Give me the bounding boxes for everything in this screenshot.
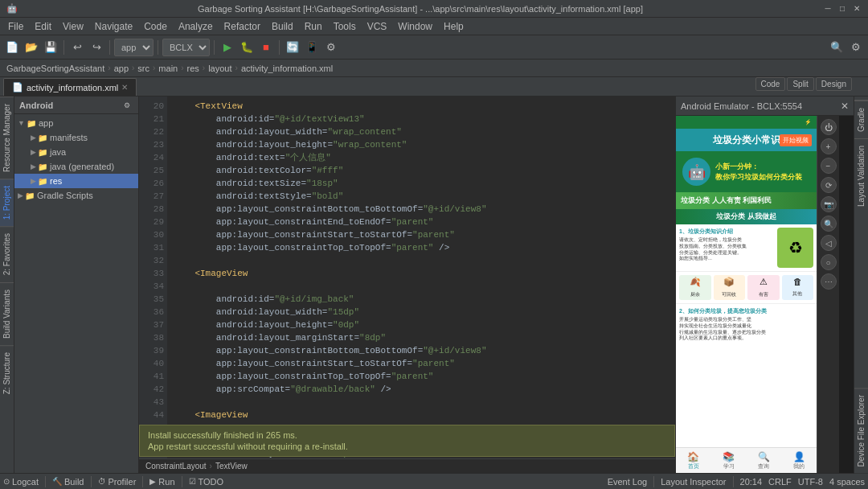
- menu-edit[interactable]: Edit: [30, 19, 56, 34]
- nav-res[interactable]: res: [184, 64, 203, 73]
- app-config-dropdown[interactable]: app: [114, 39, 154, 56]
- design-view-tab[interactable]: Design: [816, 77, 852, 91]
- menu-run[interactable]: Run: [300, 19, 327, 34]
- menu-tools[interactable]: Tools: [329, 19, 361, 34]
- menu-help[interactable]: Help: [439, 19, 469, 34]
- maximize-button[interactable]: □: [837, 4, 847, 14]
- emu-screenshot-btn[interactable]: 📷: [821, 196, 837, 212]
- left-tab-favorites[interactable]: 2: Favorites: [0, 226, 14, 281]
- phone-nav-profile[interactable]: 👤 我的: [781, 448, 817, 473]
- emu-power-btn[interactable]: ⏻: [821, 119, 837, 135]
- tree-item-app[interactable]: ▼ 📁 app: [14, 116, 138, 130]
- emu-rotate-btn[interactable]: ⟳: [821, 177, 837, 193]
- right-tab-gradle[interactable]: Gradle: [854, 101, 868, 138]
- status-run[interactable]: ▶ Run: [149, 477, 174, 487]
- nav-project[interactable]: GarbageSortingAssistant: [3, 64, 108, 73]
- nav-src[interactable]: src: [134, 64, 153, 73]
- phone-screen[interactable]: ⚡ 垃圾分类小常识 开始视频 🤖 小新一分钟：教你学习垃圾如何分类分装: [676, 116, 817, 473]
- cat-other[interactable]: 🗑 其他: [782, 275, 814, 300]
- status-position[interactable]: 20:14: [740, 477, 763, 487]
- menu-view[interactable]: View: [58, 19, 88, 34]
- phone-nav-search[interactable]: 🔍 查询: [747, 448, 782, 473]
- status-event-log[interactable]: Event Log: [608, 477, 648, 487]
- code-view-tab[interactable]: Code: [755, 77, 786, 91]
- toolbar-sep2: [109, 40, 110, 55]
- menu-navigate[interactable]: Navigate: [90, 19, 137, 34]
- cat-recycle-label: 可回收: [722, 292, 736, 297]
- menu-refactor[interactable]: Refactor: [219, 19, 265, 34]
- minimize-button[interactable]: ─: [823, 4, 833, 14]
- phone-play-btn[interactable]: 开始视频: [780, 134, 812, 146]
- tab-close-icon[interactable]: ✕: [121, 83, 128, 92]
- tab-activity-information[interactable]: 📄 activity_information.xml ✕: [3, 78, 137, 96]
- status-profiler[interactable]: ⏱ Profiler: [98, 477, 137, 487]
- phone-bottom-nav: 🏠 首页 📚 学习 🔍 查询 👤 我的: [676, 447, 817, 473]
- nav-layout[interactable]: layout: [205, 64, 235, 73]
- toolbar-search[interactable]: 🔍: [828, 39, 845, 56]
- nav-main[interactable]: main: [155, 64, 181, 73]
- close-button[interactable]: ✕: [852, 4, 862, 14]
- tree-item-gradle[interactable]: ▶ 📁 Gradle Scripts: [14, 188, 138, 203]
- emu-vol-down-btn[interactable]: −: [821, 158, 837, 174]
- split-view-tab[interactable]: Split: [787, 77, 813, 91]
- left-tab-structure[interactable]: Z: Structure: [0, 345, 14, 401]
- left-tab-resource-manager[interactable]: Resource Manager: [0, 97, 14, 179]
- breadcrumb-textview[interactable]: TextView: [215, 462, 248, 471]
- device-dropdown[interactable]: BCLX: [162, 39, 210, 56]
- status-line-ending[interactable]: CRLF: [768, 477, 792, 487]
- cat-kitchen[interactable]: 🍂 厨余: [679, 275, 711, 300]
- tree-item-java-generated[interactable]: ▶ 📁 java (generated): [14, 159, 138, 174]
- left-tab-build-variants[interactable]: Build Variants: [0, 282, 14, 345]
- right-tab-device-explorer[interactable]: Device File Explorer: [854, 388, 868, 473]
- tree-item-manifests[interactable]: ▶ 📁 manifests: [14, 130, 138, 145]
- status-indent[interactable]: 4 spaces: [829, 477, 865, 487]
- project-settings-btn[interactable]: ⚙: [121, 99, 133, 112]
- toolbar-settings[interactable]: ⚙: [847, 39, 865, 56]
- phone-nav-study[interactable]: 📚 学习: [711, 448, 747, 473]
- toolbar-redo[interactable]: ↪: [88, 39, 105, 56]
- toolbar-debug[interactable]: 🐛: [238, 39, 256, 56]
- right-tab-layout-validation[interactable]: Layout Validation: [854, 138, 868, 213]
- toolbar-stop[interactable]: ■: [257, 39, 275, 56]
- emu-home-btn[interactable]: ○: [821, 254, 837, 270]
- status-build[interactable]: 🔨 Build: [52, 477, 84, 487]
- cat-hazard[interactable]: ⚠ 有害: [747, 275, 780, 300]
- emu-zoom-btn[interactable]: 🔍: [821, 216, 837, 232]
- phone-nav-home[interactable]: 🏠 首页: [676, 448, 711, 473]
- toolbar-sync[interactable]: 🔄: [284, 39, 301, 56]
- toolbar-undo[interactable]: ↩: [68, 39, 86, 56]
- menu-build[interactable]: Build: [267, 19, 298, 34]
- toolbar-sep3: [158, 40, 158, 55]
- code-editor[interactable]: <TextView android:id="@+id/textView13" a…: [167, 97, 675, 458]
- emu-back-btn[interactable]: ◁: [821, 235, 837, 251]
- toolbar-sdk[interactable]: ⚙: [322, 39, 340, 56]
- status-logcat[interactable]: ⊙ Logcat: [3, 477, 39, 487]
- breadcrumb-constraint[interactable]: ConstraintLayout: [145, 462, 207, 471]
- emu-vol-up-btn[interactable]: +: [821, 138, 837, 154]
- menu-code[interactable]: Code: [139, 19, 172, 34]
- tree-item-res[interactable]: ▶ 📁 res: [14, 174, 138, 188]
- emulator-close-btn[interactable]: ✕: [841, 101, 849, 112]
- menu-window[interactable]: Window: [393, 19, 437, 34]
- menu-file[interactable]: File: [3, 19, 28, 34]
- emu-more-btn[interactable]: ⋯: [821, 273, 837, 290]
- toolbar-new[interactable]: 📄: [3, 39, 21, 56]
- toolbar-open[interactable]: 📂: [23, 39, 40, 56]
- left-tab-project[interactable]: 1: Project: [0, 179, 14, 226]
- status-encoding[interactable]: UTF-8: [798, 477, 823, 487]
- toolbar-save[interactable]: 💾: [42, 39, 59, 56]
- status-todo[interactable]: ☑ TODO: [189, 477, 224, 487]
- cat-recycle[interactable]: 📦 可回收: [714, 275, 746, 300]
- phone-main-banner2: 垃圾分类 从我做起: [676, 209, 817, 224]
- menu-vcs[interactable]: VCS: [362, 19, 392, 34]
- toolbar-avd[interactable]: 📱: [303, 39, 321, 56]
- build-icon: 🔨: [52, 477, 62, 486]
- menu-analyze[interactable]: Analyze: [174, 19, 218, 34]
- status-layout-inspector[interactable]: Layout Inspector: [661, 477, 726, 487]
- code-content[interactable]: 2021222324 2526272829 3031323334 3536373…: [139, 97, 675, 458]
- study-icon: 📚: [723, 451, 735, 462]
- toolbar-run[interactable]: ▶: [219, 39, 236, 56]
- nav-app[interactable]: app: [111, 64, 132, 73]
- tree-item-java[interactable]: ▶ 📁 java: [14, 145, 138, 159]
- nav-file[interactable]: activity_information.xml: [238, 64, 336, 73]
